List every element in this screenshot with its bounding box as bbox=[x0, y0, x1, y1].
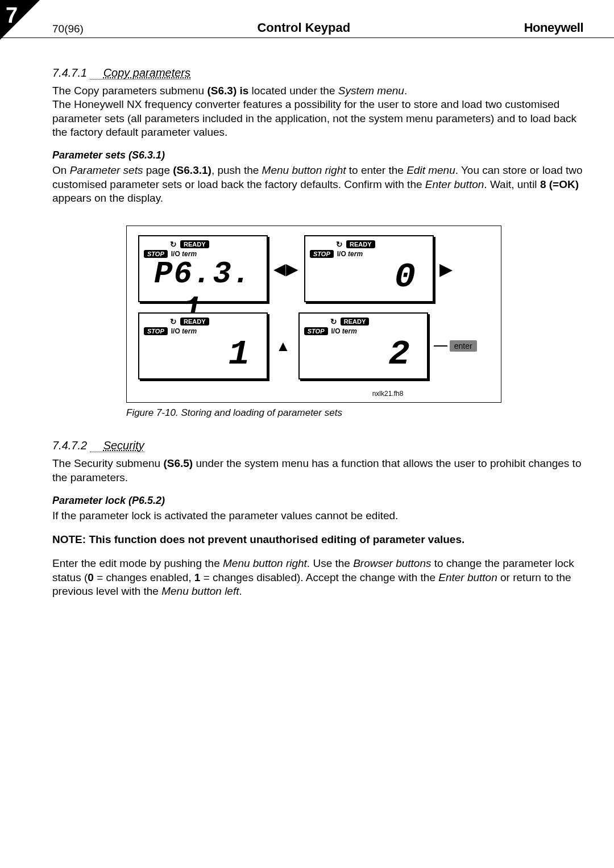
section-title: Copy parameters bbox=[90, 66, 190, 80]
lcd-panel: ↻ READY STOP I/O term 0 bbox=[304, 235, 434, 302]
paragraph: The Copy parameters submenu (S6.3) is lo… bbox=[52, 84, 584, 139]
stop-indicator: STOP bbox=[310, 250, 334, 258]
sub-heading: Parameter lock (P6.5.2) bbox=[52, 495, 584, 507]
paragraph: On Parameter sets page (S6.3.1), push th… bbox=[52, 164, 584, 205]
lcd-panel: ↻ READY STOP I/O term 1 bbox=[138, 312, 268, 379]
lcd-panel: ↻ READY STOP I/O term P6.3. 1. bbox=[138, 235, 268, 302]
ready-indicator: READY bbox=[341, 318, 370, 326]
rotate-icon: ↻ bbox=[330, 317, 337, 326]
paragraph: The Security submenu (S6.5) under the sy… bbox=[52, 457, 584, 485]
lcd-value: 1 bbox=[144, 334, 262, 374]
stop-indicator: STOP bbox=[144, 327, 168, 335]
ready-indicator: READY bbox=[180, 318, 209, 326]
paragraph: Enter the edit mode by pushing the Menu … bbox=[52, 557, 584, 598]
page-title: Control Keypad bbox=[257, 20, 350, 35]
figure-file-label: nxlk21.fh8 bbox=[138, 390, 489, 398]
up-arrow-icon: ▲ bbox=[276, 337, 291, 355]
right-arrow-icon: ▶ bbox=[439, 259, 453, 279]
figure-diagram: ↻ READY STOP I/O term P6.3. 1. ◀▶ bbox=[126, 226, 501, 403]
page-number: 70(96) bbox=[52, 23, 84, 35]
lcd-panel: ↻ READY STOP I/O term 2 bbox=[298, 312, 428, 379]
rotate-icon: ↻ bbox=[336, 240, 343, 249]
sub-heading: Parameter sets (S6.3.1) bbox=[52, 149, 584, 161]
stop-indicator: STOP bbox=[304, 327, 328, 335]
ready-indicator: READY bbox=[346, 240, 375, 248]
enter-button-label: enter bbox=[450, 340, 477, 352]
figure-caption: Figure 7-10. Storing and loading of para… bbox=[126, 407, 501, 419]
paragraph: If the parameter lock is activated the p… bbox=[52, 509, 584, 523]
rotate-icon: ↻ bbox=[170, 317, 177, 326]
section-number: 7.4.7.2 bbox=[52, 439, 87, 452]
lcd-value: 2 bbox=[304, 334, 422, 374]
lcd-value: 0 bbox=[310, 257, 428, 297]
note-text: NOTE: This function does not prevent una… bbox=[52, 533, 584, 546]
left-right-arrows-icon: ◀▶ bbox=[273, 260, 298, 278]
section-title: Security bbox=[90, 439, 144, 452]
chapter-badge: 7 bbox=[6, 3, 18, 28]
ready-indicator: READY bbox=[180, 240, 209, 248]
rotate-icon: ↻ bbox=[170, 240, 177, 249]
brand-logo: Honeywell bbox=[524, 20, 583, 35]
section-number: 7.4.7.1 bbox=[52, 66, 87, 79]
